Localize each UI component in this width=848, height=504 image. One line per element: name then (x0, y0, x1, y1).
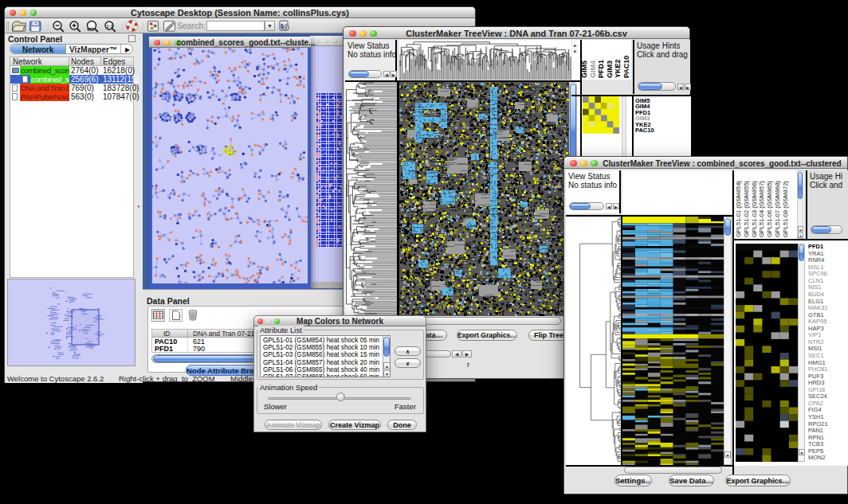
svg-text:1:1: 1:1 (107, 24, 113, 29)
svg-text:Search:: Search: (177, 21, 206, 30)
